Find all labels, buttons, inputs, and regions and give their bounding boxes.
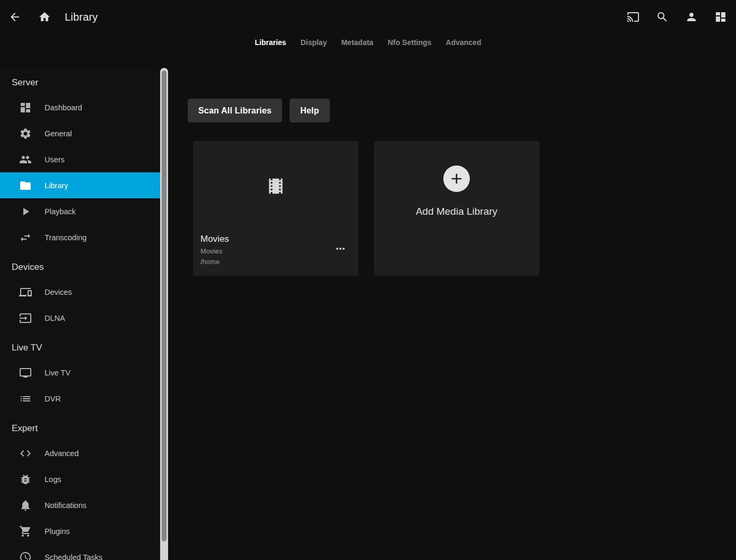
home-icon [38,11,51,23]
sidebar-item-logs[interactable]: Logs [0,466,160,492]
main-content: Scan All Libraries Help Movies Movies /h… [169,68,736,560]
tab-advanced[interactable]: Advanced [446,38,481,47]
help-button[interactable]: Help [290,99,329,122]
library-card-title: Movies [200,234,350,244]
film-strip-icon [266,176,286,196]
header-right [627,11,736,23]
card-menu-button[interactable] [334,242,347,255]
top-app-bar: Library [0,0,736,34]
cast-icon [627,11,639,23]
list-icon [19,392,32,405]
library-toolbar: Scan All Libraries Help [188,99,736,122]
sidebar-item-label: DLNA [45,314,65,322]
settings-tabs: Libraries Display Metadata Nfo Settings … [0,36,736,49]
sidebar-item-label: Users [45,155,65,164]
tab-display[interactable]: Display [301,38,327,47]
sidebar-item-label: Plugins [45,527,70,536]
user-icon [685,11,698,23]
page-title: Library [65,11,98,23]
section-title-live-tv: Live TV [12,340,160,355]
sidebar-item-library[interactable]: Library [0,172,160,198]
section-title-expert: Expert [12,421,160,436]
admin-sidebar: Server Dashboard General Users Library [0,68,160,560]
dashboard-icon [19,101,32,114]
cart-icon [19,525,32,538]
dashboard-icon [714,11,727,23]
code-icon [19,447,32,460]
tab-libraries[interactable]: Libraries [255,38,286,47]
clock-icon [19,551,32,560]
search-icon [656,11,669,23]
scan-all-libraries-button[interactable]: Scan All Libraries [188,99,282,122]
devices-icon [19,286,32,299]
sidebar-item-devices[interactable]: Devices [0,279,160,305]
sidebar-item-label: General [45,129,72,138]
home-button[interactable] [38,11,51,23]
sidebar-section-devices: Devices Devices DLNA [0,250,160,331]
sidebar-item-label: Logs [45,475,61,484]
library-card-subtitle: Movies [200,246,350,257]
add-media-library-label: Add Media Library [416,206,497,217]
sidebar-item-label: Scheduled Tasks [45,553,102,560]
input-icon [19,312,32,325]
tv-icon [19,366,32,379]
swap-horizontal-icon [19,231,32,244]
sidebar-item-label: Devices [45,288,72,296]
search-button[interactable] [656,11,669,23]
users-icon [19,153,32,166]
header-left [0,11,51,23]
sidebar-item-live-tv[interactable]: Live TV [0,360,160,386]
library-cards: Movies Movies /home Add Media Library [193,141,736,276]
sidebar-item-general[interactable]: General [0,120,160,146]
back-icon [8,11,21,23]
sidebar-scrollbar-thumb[interactable] [162,71,167,541]
sidebar-item-notifications[interactable]: Notifications [0,492,160,518]
dashboard-button[interactable] [714,11,727,23]
folder-icon [19,179,32,192]
play-icon [19,205,32,218]
sidebar-item-transcoding[interactable]: Transcoding [0,224,160,250]
sidebar-item-label: Library [45,181,68,190]
bell-icon [19,499,32,512]
sidebar-item-label: Notifications [45,501,86,510]
library-card-path: /home [200,257,350,267]
section-title-server: Server [12,75,160,90]
sidebar-item-label: Advanced [45,449,79,458]
back-button[interactable] [8,11,21,23]
user-button[interactable] [685,11,698,23]
plus-icon [443,165,470,192]
tab-nfo-settings[interactable]: Nfo Settings [388,38,431,47]
sidebar-item-scheduled-tasks[interactable]: Scheduled Tasks [0,544,160,560]
cast-button[interactable] [627,11,639,23]
sidebar-item-label: Dashboard [45,103,82,112]
sidebar-item-dashboard[interactable]: Dashboard [0,94,160,120]
sidebar-item-label: Playback [45,207,76,216]
more-horizontal-icon [334,242,347,255]
sidebar-section-server: Server Dashboard General Users Library [0,68,160,250]
sidebar-item-users[interactable]: Users [0,146,160,172]
sidebar-section-live-tv: Live TV Live TV DVR [0,331,160,412]
library-card-movies[interactable]: Movies Movies /home [193,141,358,276]
sidebar-scrollbar-track[interactable] [160,68,168,560]
library-card-image [193,141,358,231]
sidebar-item-plugins[interactable]: Plugins [0,518,160,544]
bug-icon [19,473,32,486]
section-title-devices: Devices [12,260,160,275]
gear-icon [19,127,32,140]
sidebar-section-expert: Expert Advanced Logs Notifications Plugi… [0,412,160,560]
sidebar-item-dlna[interactable]: DLNA [0,305,160,331]
sidebar-item-label: DVR [45,395,61,403]
sidebar-item-label: Live TV [45,369,71,377]
sidebar-item-dvr[interactable]: DVR [0,386,160,412]
tab-metadata[interactable]: Metadata [341,38,373,47]
add-media-library-card[interactable]: Add Media Library [374,141,539,276]
sidebar-item-label: Transcoding [45,233,86,242]
sidebar-item-playback[interactable]: Playback [0,198,160,224]
sidebar-item-advanced[interactable]: Advanced [0,440,160,466]
